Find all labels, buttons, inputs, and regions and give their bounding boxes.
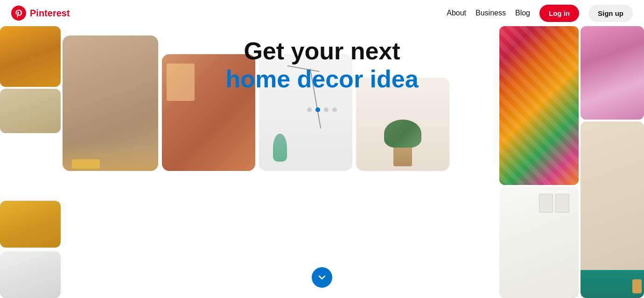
image-plant-vase[interactable] bbox=[356, 78, 449, 171]
pinterest-logo-icon bbox=[11, 6, 26, 21]
navbar: Pinterest About Business Blog Log in Sig… bbox=[0, 0, 644, 26]
image-colorful-textiles[interactable] bbox=[499, 26, 579, 185]
image-yellow-cushions[interactable] bbox=[0, 201, 61, 248]
image-teal-furniture[interactable] bbox=[581, 121, 644, 298]
nav-link-blog[interactable]: Blog bbox=[515, 9, 530, 17]
image-ganesh[interactable] bbox=[63, 35, 158, 171]
dot-1[interactable] bbox=[307, 107, 312, 112]
nav-link-business[interactable]: Business bbox=[476, 9, 506, 17]
image-white-decor[interactable] bbox=[0, 251, 61, 298]
chevron-down-icon bbox=[317, 272, 327, 283]
image-pink-textiles[interactable] bbox=[581, 26, 644, 120]
carousel-dots bbox=[307, 107, 337, 112]
nav-right: About Business Blog Log in Sign up bbox=[447, 5, 633, 22]
dot-4[interactable] bbox=[332, 107, 337, 112]
image-white-room[interactable] bbox=[259, 54, 352, 171]
image-white-minimal[interactable] bbox=[499, 187, 579, 298]
dot-2[interactable] bbox=[315, 107, 320, 112]
image-indian-cushions[interactable] bbox=[162, 54, 255, 171]
scroll-down-button[interactable] bbox=[312, 267, 332, 288]
image-beige-storage[interactable] bbox=[0, 89, 61, 133]
login-button[interactable]: Log in bbox=[539, 5, 579, 22]
logo-text: Pinterest bbox=[30, 8, 70, 19]
dot-3[interactable] bbox=[324, 107, 329, 112]
signup-button[interactable]: Sign up bbox=[588, 5, 633, 22]
center-images bbox=[63, 26, 497, 171]
nav-link-about[interactable]: About bbox=[447, 9, 466, 17]
left-images bbox=[0, 26, 61, 298]
image-yellow-fabrics[interactable] bbox=[0, 26, 61, 87]
right-images bbox=[499, 26, 644, 298]
logo[interactable]: Pinterest bbox=[11, 6, 70, 21]
